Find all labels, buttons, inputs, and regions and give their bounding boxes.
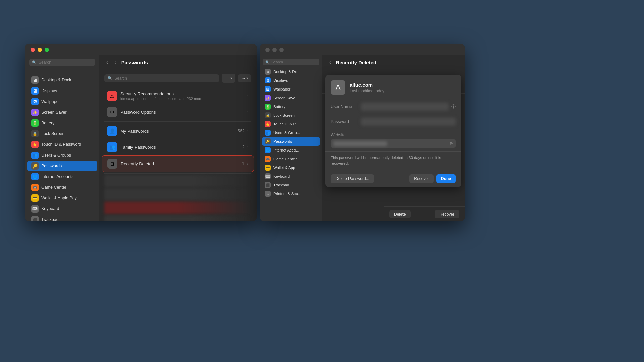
screensaver-icon: ✨ [265,95,271,101]
family-passwords-icon: 👥 [107,142,117,152]
win2-sidebar-users[interactable]: 👥 Users & Grou... [262,128,320,137]
displays-icon: 🖥 [31,87,39,95]
back-button[interactable]: ‹ [327,59,333,66]
win2-search-input[interactable] [271,60,317,64]
label: Displays [273,78,288,82]
battery-icon: 🔋 [31,119,39,127]
chevron-icon: › [247,161,248,166]
card-actions: Delete Password... Recover Done [325,170,461,187]
info-icon[interactable]: ⓘ [451,104,456,110]
label: Wallpaper [273,87,290,91]
sidebar-search[interactable]: 🔍 [29,59,95,66]
sidebar-item-users-groups[interactable]: 👥 Users & Groups [27,150,97,161]
label: Battery [273,105,285,109]
win2-sidebar: 🔍 🖥 Desktop & Do... 🖥 Displays 🖼 Wallpap… [260,55,322,221]
recently-deleted-item[interactable]: 🗑 Recently Deleted 1 › [102,155,254,172]
win2-sidebar-desktop[interactable]: 🖥 Desktop & Do... [262,67,320,76]
win2-sidebar-passwords[interactable]: 🔑 Passwords [262,137,320,146]
maximize-button-inactive[interactable] [279,48,284,52]
sidebar-item-battery[interactable]: 🔋 Battery [27,118,97,128]
plus-icon: ＋ [225,75,229,81]
win2-sidebar-screensaver[interactable]: ✨ Screen Save... [262,94,320,102]
card-header: A alluc.com Last modified today [325,75,461,99]
sidebar-item-label: Wallet & Apple Pay [41,196,77,200]
wallet-icon: 💳 [265,165,271,171]
password-search[interactable]: 🔍 [104,74,219,82]
security-recommendations-item[interactable]: ⚠ Security Recommendations idmsa.apple.c… [102,88,254,104]
forward-button[interactable]: › [113,59,118,66]
family-passwords-count: 2 [242,145,245,149]
search-input[interactable] [39,60,92,65]
password-value [361,118,456,126]
security-rec-sub: idmsa.apple.com, m.facebook.com, and 232… [120,97,247,101]
username-field: User Name ⓘ [325,99,461,114]
add-button[interactable]: ＋ ▾ [222,74,235,83]
password-options-item[interactable]: ⚙ Password Options › [102,104,254,120]
win2-sidebar-game-center[interactable]: 🎮 Game Center [262,155,320,163]
sidebar-item-touch-id[interactable]: 👆 Touch ID & Password [27,139,97,150]
sidebar-item-label: Internet Accounts [41,174,74,179]
website-icon[interactable]: ⊕ [449,141,453,146]
chevron-icon: › [247,145,249,149]
last-modified: Last modified today [350,88,384,93]
sidebar-item-desktop-dock[interactable]: 🖥 Desktop & Dock [27,75,97,85]
win2-sidebar-printers[interactable]: 🖨 Printers & Sca... [262,189,320,198]
recently-deleted-icon: 🗑 [107,159,117,169]
done-button[interactable]: Done [436,174,456,183]
win2-sidebar-wallpaper[interactable]: 🖼 Wallpaper [262,85,320,94]
sidebar-item-displays[interactable]: 🖥 Displays [27,85,97,96]
family-passwords-item[interactable]: 👥 Family Passwords 2 › [102,139,254,155]
username-label: User Name [331,104,361,109]
win2-sidebar-internet[interactable]: 🌐 Internet Acco... [262,146,320,155]
sidebar-item-screen-saver[interactable]: ✨ Screen Saver [27,107,97,118]
passwords-icon: 🔑 [265,138,271,144]
my-passwords-item[interactable]: 👤 My Passwords 562 › [102,123,254,139]
win2-sidebar-wallet[interactable]: 💳 Wallet & App... [262,163,320,172]
toolbar: 🔍 ＋ ▾ ··· ▾ [99,70,257,86]
sidebar-item-wallpaper[interactable]: 🖼 Wallpaper [27,96,97,107]
maximize-button[interactable] [45,48,49,52]
add-btn-chevron: ▾ [230,76,232,80]
sidebar-item-keyboard[interactable]: ⌨ Keyboard [27,203,97,214]
desktop-icon: 🖥 [265,69,271,75]
search-input[interactable] [114,76,216,81]
sidebar-item-label: Passwords [41,164,62,168]
minimize-button-inactive[interactable] [272,48,277,52]
back-button[interactable]: ‹ [104,59,110,66]
sidebar-item-passwords[interactable]: 🔑 Passwords [27,161,97,171]
sidebar-item-wallet[interactable]: 💳 Wallet & Apple Pay [27,193,97,203]
minimize-button[interactable] [38,48,42,52]
label: Trackpad [273,183,289,187]
win2-sidebar-lock-screen[interactable]: 🔒 Lock Screen [262,111,320,120]
sidebar-item-trackpad[interactable]: ⬛ Trackpad [27,214,97,221]
sidebar-item-label: Desktop & Dock [41,78,71,82]
sidebar-item-game-center[interactable]: 🎮 Game Center [27,182,97,193]
main-content: ‹ › Passwords 🔍 ＋ ▾ ··· ▾ [99,55,257,221]
sidebar-item-label: Game Center [41,185,66,190]
website-field: ⊕ [331,139,456,148]
chevron-icon: › [247,129,249,133]
sidebar-item-label: Battery [41,121,55,125]
win2-sidebar-keyboard[interactable]: ⌨ Keyboard [262,172,320,181]
win2-sidebar-touch-id[interactable]: 👆 Touch ID & P... [262,120,320,128]
win2-sidebar-displays[interactable]: 🖥 Displays [262,76,320,85]
sidebar-item-lock-screen[interactable]: 🔒 Lock Screen [27,128,97,139]
sidebar-item-internet-accounts[interactable]: 🌐 Internet Accounts [27,171,97,182]
win2-sidebar-trackpad[interactable]: ⬛ Trackpad [262,181,320,189]
bottom-recover-button[interactable]: Recover [435,210,459,218]
sidebar-item-label: Wallpaper [41,99,60,104]
website-value [333,141,387,146]
recover-button[interactable]: Recover [409,174,434,183]
close-button[interactable] [31,48,35,52]
bottom-delete-button[interactable]: Delete [389,210,411,218]
label: Screen Save... [273,96,299,100]
label: Passwords [273,139,292,143]
detail-card: A alluc.com Last modified today User Nam… [325,75,461,187]
trackpad-icon: ⬛ [265,182,271,188]
close-button-inactive[interactable] [265,48,270,52]
win2-search[interactable]: 🔍 [263,59,319,65]
win2-sidebar-battery[interactable]: 🔋 Battery [262,102,320,111]
keyboard-icon: ⌨ [31,205,39,213]
delete-password-button[interactable]: Delete Password... [331,174,374,183]
more-button[interactable]: ··· ▾ [238,74,251,82]
